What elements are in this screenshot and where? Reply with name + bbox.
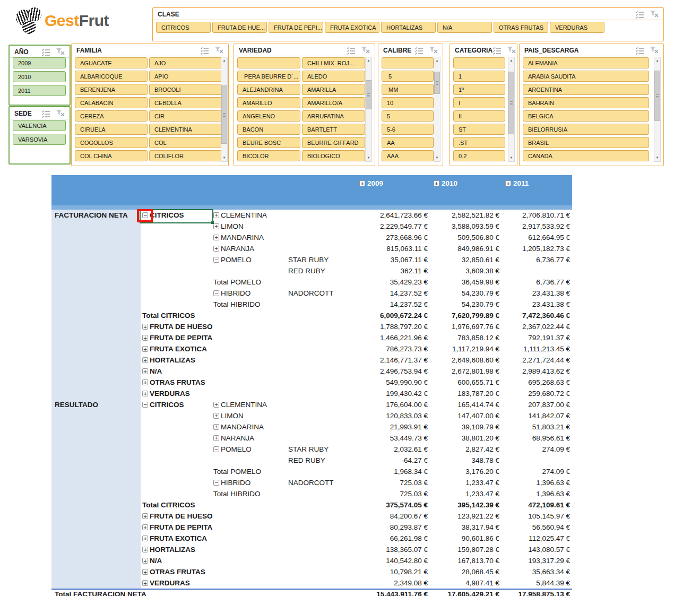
plus-box-icon[interactable]: +: [142, 324, 148, 330]
slicer-item-calibre[interactable]: [382, 57, 434, 68]
slicer-item-pais_descarga[interactable]: BELGICA: [523, 110, 649, 122]
slicer-item-familia[interactable]: BERENJENA: [75, 84, 148, 95]
multi-select-icon[interactable]: [41, 48, 50, 56]
down-arrow-icon[interactable]: ▼: [508, 154, 514, 161]
plus-box-icon[interactable]: +: [142, 524, 148, 530]
multi-select-icon[interactable]: [635, 47, 644, 55]
slicer-item-ano[interactable]: 2011: [13, 85, 66, 96]
up-arrow-icon[interactable]: ▲: [221, 57, 227, 64]
plus-box-icon[interactable]: +: [142, 335, 148, 341]
clear-filter-icon[interactable]: [215, 47, 223, 54]
slicer-scrollbar[interactable]: ▲▼: [365, 57, 372, 162]
plus-box-icon[interactable]: +: [142, 558, 148, 564]
down-arrow-icon[interactable]: ▼: [366, 154, 371, 161]
plus-box-icon[interactable]: +: [213, 235, 219, 240]
slicer-item-categoria[interactable]: II: [453, 110, 505, 122]
slicer-item-calibre[interactable]: 5-6: [382, 124, 434, 135]
up-arrow-icon[interactable]: ▲: [366, 57, 371, 64]
slicer-item-variedad[interactable]: BACON: [237, 124, 300, 135]
plus-box-icon[interactable]: +: [359, 180, 365, 186]
slicer-item-variedad[interactable]: CHILI MIX ROJ...: [302, 57, 365, 68]
slicer-item-clase[interactable]: FRUTA EXOTICA: [325, 22, 379, 33]
plus-box-icon[interactable]: +: [434, 180, 439, 186]
plus-box-icon[interactable]: +: [213, 212, 219, 218]
minus-box-icon[interactable]: −: [213, 480, 219, 486]
slicer-item-variedad[interactable]: BEURE BOSC: [237, 137, 300, 148]
plus-box-icon[interactable]: +: [142, 391, 148, 396]
scrollbar-thumb[interactable]: [221, 85, 227, 144]
minus-box-icon[interactable]: −: [142, 402, 148, 408]
slicer-item-clase[interactable]: VERDURAS: [550, 22, 604, 33]
slicer-item-variedad[interactable]: BARTLETT: [302, 124, 365, 135]
plus-box-icon[interactable]: +: [213, 435, 219, 441]
clear-filter-icon[interactable]: [56, 48, 65, 56]
slicer-item-variedad[interactable]: BIOLOGICO: [302, 150, 365, 161]
multi-select-icon[interactable]: [347, 47, 356, 55]
slicer-item-variedad[interactable]: ARRUFATINA: [302, 110, 365, 122]
slicer-item-familia[interactable]: CIR: [149, 110, 222, 122]
slicer-item-categoria[interactable]: 0.2: [453, 150, 505, 161]
plus-box-icon[interactable]: +: [142, 357, 148, 363]
up-arrow-icon[interactable]: ▲: [434, 57, 440, 64]
plus-box-icon[interactable]: +: [142, 379, 148, 385]
slicer-item-clase[interactable]: HORTALIZAS: [381, 22, 436, 33]
plus-box-icon[interactable]: +: [142, 513, 148, 519]
plus-box-icon[interactable]: +: [213, 424, 219, 430]
multi-select-icon[interactable]: [41, 110, 50, 118]
slicer-item-familia[interactable]: CALABACIN: [75, 97, 148, 108]
slicer-item-familia[interactable]: AGUACATE: [75, 57, 148, 68]
slicer-item-variedad[interactable]: BEURRE GIFFARD: [302, 137, 365, 148]
up-arrow-icon[interactable]: ▲: [508, 57, 514, 64]
slicer-scrollbar[interactable]: ▲▼: [508, 57, 515, 162]
plus-box-icon[interactable]: +: [142, 346, 148, 352]
slicer-item-categoria[interactable]: I: [453, 97, 505, 108]
clear-filter-icon[interactable]: [429, 47, 438, 54]
clear-filter-icon[interactable]: [361, 47, 370, 54]
slicer-item-familia[interactable]: COLIFLOR: [149, 150, 222, 161]
slicer-item-variedad[interactable]: AMARILLO/A: [302, 97, 365, 108]
slicer-item-familia[interactable]: AJO: [149, 57, 222, 68]
slicer-scrollbar[interactable]: ▲▼: [434, 57, 440, 162]
minus-box-icon[interactable]: −: [213, 290, 219, 296]
slicer-item-variedad[interactable]: [237, 57, 300, 68]
slicer-item-variedad[interactable]: AMARILLO: [237, 97, 300, 108]
slicer-item-pais_descarga[interactable]: ARABIA SAUDITA: [523, 71, 649, 82]
slicer-scrollbar[interactable]: ▲▼: [654, 57, 661, 162]
plus-box-icon[interactable]: +: [142, 368, 148, 374]
scrollbar-thumb[interactable]: [654, 71, 660, 121]
slicer-item-familia[interactable]: CEBOLLA: [149, 97, 222, 108]
slicer-item-variedad[interactable]: BICOLOR: [237, 150, 300, 161]
scrollbar-thumb[interactable]: [508, 72, 514, 134]
slicer-item-variedad[interactable]: ANGELENO: [237, 110, 300, 122]
plus-box-icon[interactable]: +: [213, 413, 219, 419]
slicer-item-variedad[interactable]: ALEDO: [302, 71, 365, 82]
slicer-item-calibre[interactable]: 5: [382, 71, 434, 82]
slicer-item-calibre[interactable]: AAA: [382, 150, 434, 161]
slicer-item-familia[interactable]: CEREZA: [75, 110, 148, 122]
multi-select-icon[interactable]: [492, 47, 502, 55]
slicer-item-familia[interactable]: CIRUELA: [75, 124, 148, 135]
slicer-item-pais_descarga[interactable]: ARGENTINA: [523, 84, 649, 95]
slicer-item-familia[interactable]: APIO: [149, 71, 222, 82]
slicer-item-variedad[interactable]: AMARILLA: [302, 84, 365, 95]
slicer-item-sede[interactable]: VARSOVIA: [13, 134, 66, 145]
clear-filter-icon[interactable]: [650, 47, 659, 54]
plus-box-icon[interactable]: +: [213, 246, 219, 252]
slicer-item-variedad[interactable]: ALEJANDRINA: [237, 84, 300, 95]
slicer-item-pais_descarga[interactable]: CANADA: [523, 150, 649, 161]
slicer-item-familia[interactable]: BROCOLI: [149, 84, 222, 95]
slicer-item-pais_descarga[interactable]: BIELORRUSIA: [523, 124, 649, 135]
scrollbar-thumb[interactable]: [366, 80, 371, 109]
slicer-item-familia[interactable]: COGOLLOS: [75, 137, 148, 148]
scrollbar-thumb[interactable]: [434, 72, 440, 94]
plus-box-icon[interactable]: +: [213, 402, 219, 408]
slicer-item-ano[interactable]: 2009: [13, 57, 66, 68]
clear-filter-icon[interactable]: [650, 11, 659, 18]
slicer-item-categoria[interactable]: [453, 57, 505, 68]
slicer-item-variedad[interactable]: PERA BEURRE D´...: [237, 71, 300, 82]
down-arrow-icon[interactable]: ▼: [221, 154, 227, 161]
minus-box-icon[interactable]: −: [213, 257, 219, 263]
up-arrow-icon[interactable]: ▲: [654, 57, 660, 64]
slicer-item-clase[interactable]: CITRICOS: [156, 22, 211, 33]
slicer-item-clase[interactable]: FRUTA DE HUE...: [212, 22, 267, 33]
